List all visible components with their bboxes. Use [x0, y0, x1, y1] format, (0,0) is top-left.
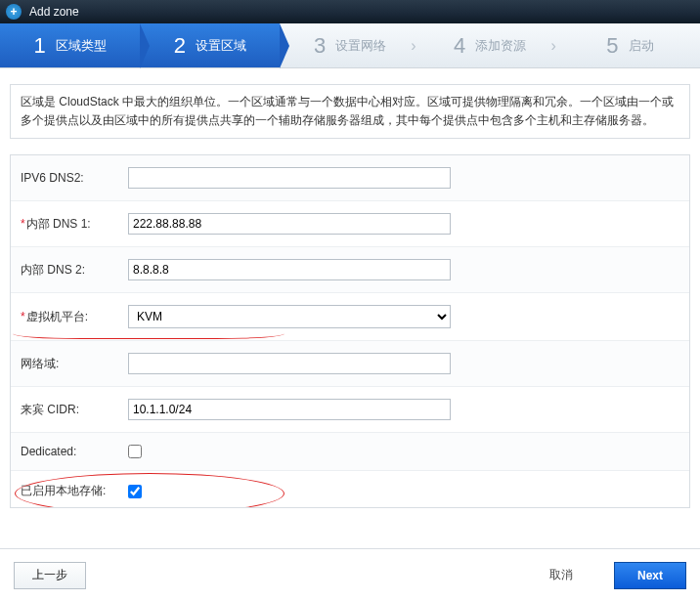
wizard-step-add-resources[interactable]: 4 添加资源 › [420, 23, 560, 67]
label-dedicated: Dedicated: [21, 445, 128, 458]
row-network-domain: 网络域: [11, 341, 689, 387]
form-scrollarea[interactable]: IPV6 DNS2: *内部 DNS 1: 内部 DNS 2: *虚拟机平台: … [11, 155, 689, 507]
wizard-step-launch[interactable]: 5 启动 [560, 23, 700, 67]
row-internal-dns2: 内部 DNS 2: [11, 247, 689, 293]
wizard-step-setup-zone[interactable]: 2 设置区域 [140, 23, 280, 67]
window-title: Add zone [29, 5, 79, 19]
zone-description: 区域是 CloudStack 中最大的组织单位。一个区域通常与一个数据中心相对应… [10, 84, 690, 139]
window-titlebar: + Add zone [0, 0, 700, 23]
wizard-steps: 1 区域类型 2 设置区域 3 设置网络 › 4 添加资源 › 5 启动 [0, 23, 700, 68]
previous-button[interactable]: 上一步 [14, 562, 86, 589]
step-label: 设置区域 [196, 37, 246, 55]
step-number: 5 [606, 33, 618, 59]
label-internal-dns1: *内部 DNS 1: [21, 216, 128, 233]
cancel-button[interactable]: 取消 [532, 562, 591, 589]
input-ipv6-dns2[interactable] [128, 167, 451, 189]
step-number: 2 [174, 33, 186, 59]
step-label: 设置网络 [335, 37, 386, 55]
row-internal-dns1: *内部 DNS 1: [11, 201, 689, 247]
step-number: 1 [33, 33, 45, 59]
label-local-storage: 已启用本地存储: [21, 483, 128, 499]
label-ipv6-dns2: IPV6 DNS2: [21, 171, 128, 185]
row-dedicated: Dedicated: [11, 433, 689, 471]
step-label: 区域类型 [56, 37, 107, 55]
wizard-step-zone-type[interactable]: 1 区域类型 [0, 23, 140, 67]
input-network-domain[interactable] [128, 353, 451, 374]
input-internal-dns2[interactable] [128, 259, 451, 280]
step-label: 启动 [629, 37, 654, 55]
chevron-right-icon: › [550, 37, 555, 55]
select-hypervisor[interactable]: KVM [128, 305, 451, 328]
input-internal-dns1[interactable] [128, 213, 451, 235]
add-icon: + [6, 4, 22, 20]
form-panel: IPV6 DNS2: *内部 DNS 1: 内部 DNS 2: *虚拟机平台: … [10, 154, 690, 508]
required-marker: * [21, 310, 25, 323]
input-guest-cidr[interactable] [128, 399, 451, 420]
step-number: 4 [454, 33, 465, 59]
row-guest-cidr: 来宾 CIDR: [11, 387, 689, 433]
label-hypervisor: *虚拟机平台: [21, 309, 128, 325]
chevron-right-icon: › [411, 37, 416, 55]
row-ipv6-dns2: IPV6 DNS2: [11, 155, 689, 201]
checkbox-local-storage[interactable] [128, 485, 142, 498]
step-label: 添加资源 [475, 37, 526, 55]
label-internal-dns2: 内部 DNS 2: [21, 262, 128, 279]
step-number: 3 [314, 33, 326, 59]
label-network-domain: 网络域: [21, 356, 128, 372]
next-button[interactable]: Next [614, 562, 686, 589]
wizard-footer: 上一步 取消 Next [0, 548, 700, 601]
checkbox-dedicated[interactable] [128, 445, 142, 458]
label-guest-cidr: 来宾 CIDR: [21, 402, 128, 418]
description-panel: 区域是 CloudStack 中最大的组织单位。一个区域通常与一个数据中心相对应… [0, 68, 700, 149]
required-marker: * [21, 217, 25, 231]
wizard-step-setup-network[interactable]: 3 设置网络 › [280, 23, 419, 67]
row-local-storage: 已启用本地存储: [11, 471, 689, 507]
row-hypervisor: *虚拟机平台: KVM [11, 293, 689, 341]
